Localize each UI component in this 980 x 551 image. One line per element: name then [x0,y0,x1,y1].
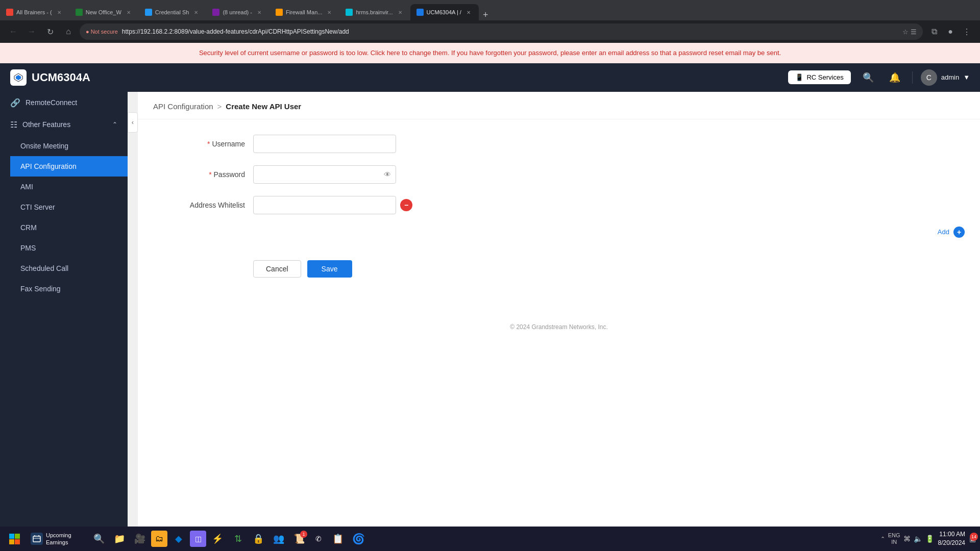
add-link[interactable]: Add [938,228,949,236]
tab-close-icon[interactable]: ✕ [192,8,200,16]
reload-button[interactable]: ↻ [43,24,57,39]
taskbar-teams-button[interactable]: 👥 [270,530,288,548]
notification-area[interactable]: ▣ 14 [969,535,976,543]
tab-close-icon[interactable]: ✕ [464,8,473,16]
taskbar-time: 11:00 AM 8/20/2024 [938,530,965,547]
sidebar-item-pms[interactable]: PMS [10,238,128,258]
collapse-arrow-icon: ‹ [132,118,134,126]
new-tab-button[interactable]: + [479,10,493,20]
password-input[interactable] [253,165,396,184]
url-text: https://192.168.2.2:8089/value-added-fea… [122,28,898,35]
browser-tab-tab-office[interactable]: New Office_W ✕ [69,4,139,20]
search-button[interactable]: 🔍 [859,68,877,87]
taskbar-transfer-button[interactable]: ⇅ [229,530,247,548]
username-input[interactable] [253,135,396,153]
sidebar-section-other-features[interactable]: ☷ Other Features ⌃ [0,114,128,136]
browser-tab-tab-ucm[interactable]: UCM6304A | / ✕ [410,4,479,20]
user-menu[interactable]: C admin ▼ [921,69,970,86]
taskbar-right: ⌃ ENG IN ⌘ 🔈 🔋 11:00 AM 8/20/2024 ▣ 14 [880,530,976,547]
home-button[interactable]: ⌂ [61,24,76,39]
sidebar-item-ami[interactable]: AMI [10,177,128,197]
taskbar-app-upcoming-earnings[interactable]: Upcoming Earnings [27,530,88,548]
forward-button[interactable]: → [24,24,39,39]
sidebar-item-fax-sending[interactable]: Fax Sending [10,279,128,299]
breadcrumb-parent[interactable]: API Configuration [153,102,213,111]
taskbar-edge-button[interactable]: ◆ [169,530,188,548]
taskbar-notepad-button[interactable]: 📋 [329,530,347,548]
bookmark-icon[interactable]: ☆ [902,28,909,36]
taskbar-video-button[interactable]: 🎥 [131,530,149,548]
sidebar: 🔗 RemoteConnect ☷ Other Features ⌃ Onsit… [0,92,128,547]
app-logo-icon [10,69,27,86]
tab-close-icon[interactable]: ✕ [55,8,63,16]
password-toggle-icon[interactable]: 👁︎ [384,170,391,179]
header-divider [912,71,913,84]
save-button[interactable]: Save [307,260,352,278]
app-title: UCM6304A [32,71,90,84]
sidebar-item-scheduled-call[interactable]: Scheduled Call [10,258,128,279]
back-button[interactable]: ← [6,24,20,39]
browser-tab-tab-firewall[interactable]: Firewall Man... ✕ [270,4,340,20]
footer-text: © 2024 Grandstream Networks, Inc. [510,323,608,331]
sidebar-item-remoteconnect[interactable]: 🔗 RemoteConnect [0,92,128,114]
form-actions: Cancel Save [153,250,965,278]
sidebar-item-api-configuration[interactable]: API Configuration [10,156,128,177]
tab-close-icon[interactable]: ✕ [396,8,404,16]
security-indicator: ● Not secure [86,29,118,35]
sidebar-item-label: Onsite Meeting [20,142,68,150]
taskbar-chevron-icon[interactable]: ⌃ [880,536,885,542]
security-banner[interactable]: Security level of current username or pa… [0,43,980,63]
browser-tab-tab-credential[interactable]: Credential Sh ✕ [139,4,207,20]
notifications-button[interactable]: 🔔 [886,68,904,87]
taskbar-skype-button[interactable]: 📜 1 [290,530,308,548]
taskbar-store-button[interactable]: ◫ [190,531,206,547]
not-secure-icon: ● [86,29,89,35]
sidebar-item-cti-server[interactable]: CTI Server [10,197,128,217]
tab-close-icon[interactable]: ✕ [325,8,333,16]
tab-close-icon[interactable]: ✕ [125,8,133,16]
taskbar-files-button[interactable]: 🗂 [151,531,167,547]
taskbar-sys-icons: ⌃ ENG IN ⌘ 🔈 🔋 [880,532,934,545]
browser-tab-tab-unread[interactable]: (8 unread) - ✕ [206,4,269,20]
taskbar-vpn-button[interactable]: 🔒 [249,530,267,548]
rc-services-button[interactable]: 📱 RC Services [788,70,850,84]
start-button[interactable] [4,529,24,549]
address-whitelist-label: Address Whitelist [153,201,245,209]
browser-tab-tab-gmail[interactable]: All Brainers - ( ✕ [0,4,69,20]
taskbar-chrome-button[interactable]: 🌀 [349,530,368,548]
taskbar-filemgr-button[interactable]: 📁 [110,530,129,548]
tab-favicon [6,9,13,16]
cancel-button[interactable]: Cancel [253,260,301,278]
extensions-icon[interactable]: ☰ [911,28,917,36]
address-bar[interactable]: ● Not secure https://192.168.2.2:8089/va… [80,23,923,40]
tab-favicon [276,9,283,16]
taskbar-devtools-button[interactable]: ⚡ [208,530,227,548]
sidebar-item-label: API Configuration [20,162,77,170]
user-label: admin [941,73,959,81]
remoteconnect-icon: 🔗 [10,98,20,108]
battery-icon: 🔋 [925,535,934,543]
app-logo: UCM6304A [10,69,788,86]
svg-rect-3 [15,539,20,544]
browser-tab-tab-hrms[interactable]: hrms.brainvir... ✕ [339,4,410,20]
tab-label: Credential Sh [155,9,189,15]
sidebar-collapse-button[interactable]: ‹ [128,112,138,133]
security-banner-text: Security level of current username or pa… [199,49,781,57]
add-circle-button[interactable]: + [953,227,965,238]
content-wrapper: ‹ API Configuration > Create New API Use… [128,92,980,547]
other-features-chevron-icon: ⌃ [112,121,117,128]
address-whitelist-row: Address Whitelist − [153,196,965,214]
sidebar-item-label: PMS [20,244,36,252]
extensions-button[interactable]: ⧉ [927,24,941,39]
tab-close-icon[interactable]: ✕ [255,8,263,16]
taskbar-search-button[interactable]: 🔍 [90,530,108,548]
sidebar-item-onsite-meeting[interactable]: Onsite Meeting [10,136,128,156]
menu-button[interactable]: ⋮ [960,24,974,39]
upcoming-earnings-line1: Upcoming [46,532,71,539]
profile-button[interactable]: ● [943,24,958,39]
address-whitelist-input[interactable] [253,196,396,214]
remove-address-button[interactable]: − [400,199,412,211]
taskbar-softphone-button[interactable]: ✆ [310,531,327,547]
sidebar-item-crm[interactable]: CRM [10,217,128,238]
address-bar-icons: ☆ ☰ [902,28,917,36]
